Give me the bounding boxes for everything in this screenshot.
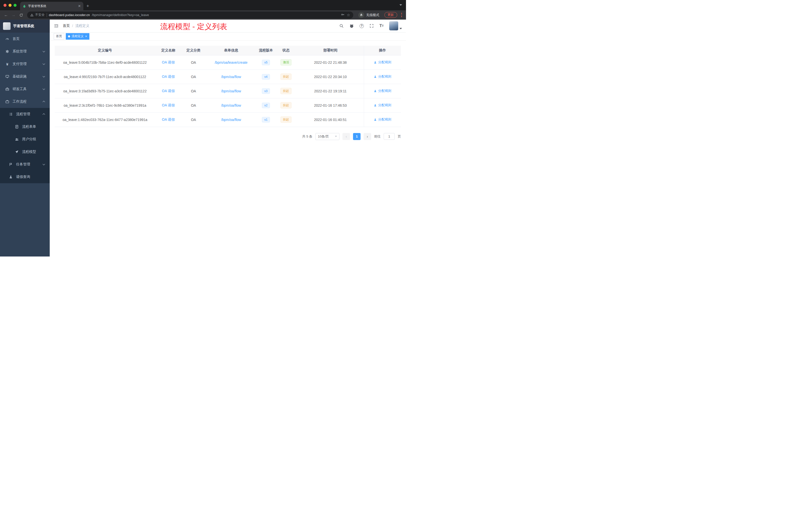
cell-category: OA <box>181 98 205 113</box>
search-icon[interactable] <box>339 24 344 28</box>
dashboard-icon <box>5 37 9 41</box>
top-navbar: 首页 / 流程定义 流程模型 - 定义列表 ? TT <box>50 20 406 32</box>
breadcrumb-home[interactable]: 首页 <box>63 24 70 28</box>
assign-rule-button[interactable]: 分配规则 <box>374 103 391 108</box>
close-window-button[interactable] <box>3 4 6 7</box>
fullscreen-icon[interactable] <box>369 24 374 28</box>
app-title: 芋道管理系统 <box>13 24 34 28</box>
sidebar-item-workflow[interactable]: 工作流程 <box>0 95 50 108</box>
sidebar-item-process-model[interactable]: 流程模型 <box>0 146 50 158</box>
person-icon <box>374 61 377 64</box>
definition-name-link[interactable]: OA 请假 <box>162 74 175 79</box>
col-version: 流程版本 <box>257 46 275 55</box>
person-icon <box>8 175 13 179</box>
definition-table: 定义编号 定义名称 定义分类 表单信息 流程版本 状态 部署时间 操作 oa_l… <box>55 46 401 127</box>
cell-id: oa_leave:1:482ec033-762a-11ec-8477-a2380… <box>55 113 155 127</box>
breadcrumb-current: 流程定义 <box>75 24 89 28</box>
tab-title: 芋道管理系统 <box>28 4 76 8</box>
user-menu[interactable] <box>389 21 402 30</box>
assign-rule-button[interactable]: 分配规则 <box>374 74 391 79</box>
sidebar-item-user-group[interactable]: 用户分组 <box>0 133 50 146</box>
form-link[interactable]: /bpm/oa/flow <box>221 118 241 122</box>
chevron-down-icon <box>43 50 45 53</box>
version-tag: v5 <box>262 60 270 65</box>
sidebar-logo[interactable]: 芋道管理系统 <box>0 20 50 33</box>
browser-menu-icon[interactable] <box>400 13 404 17</box>
password-key-icon[interactable] <box>341 12 345 17</box>
sidebar-item-task-mgmt[interactable]: 任务管理 <box>0 158 50 171</box>
tag-home[interactable]: 首页 <box>54 33 64 40</box>
person-icon <box>374 104 377 107</box>
maximize-window-button[interactable] <box>13 4 17 7</box>
pagination: 共 5 条 10条/页 ‹ 1 › 前往 页 <box>55 133 401 140</box>
assign-rule-button[interactable]: 分配规则 <box>374 89 391 93</box>
definition-name-link[interactable]: OA 请假 <box>162 117 175 121</box>
col-id: 定义编号 <box>55 46 155 55</box>
page-size-select[interactable]: 10条/页 <box>315 133 340 140</box>
github-icon[interactable] <box>349 24 354 28</box>
person-icon <box>374 89 377 93</box>
goto-page-input[interactable] <box>384 133 395 140</box>
table-row: oa_leave:2:3c1f0ef1-76b1-11ec-9c66-a2380… <box>55 98 401 113</box>
tag-close-icon[interactable]: × <box>85 35 87 38</box>
status-badge: 激活 <box>281 59 291 65</box>
new-tab-button[interactable]: + <box>86 3 89 9</box>
sidebar-item-leave-query[interactable]: 请假查询 <box>0 171 50 183</box>
form-link[interactable]: /bpm/oa/leave/create <box>215 60 248 64</box>
sidebar-item-process-form[interactable]: 流程表单 <box>0 120 50 133</box>
cell-category: OA <box>181 84 205 98</box>
gear-icon <box>5 49 9 54</box>
assign-rule-button[interactable]: 分配规则 <box>374 60 391 64</box>
sidebar-item-infra[interactable]: 基础设施 <box>0 70 50 83</box>
page-number-button[interactable]: 1 <box>353 133 360 140</box>
page-unit-label: 页 <box>398 134 401 139</box>
hamburger-icon[interactable] <box>54 23 59 28</box>
reload-button[interactable] <box>18 13 25 17</box>
incognito-indicator: 无痕模式 <box>358 12 379 18</box>
bookmark-star-icon[interactable]: ☆ <box>347 13 350 17</box>
warning-icon <box>30 13 34 17</box>
chevron-down-icon <box>43 75 45 78</box>
cell-category: OA <box>181 55 205 69</box>
col-actions: 操作 <box>364 46 401 55</box>
text-size-icon[interactable]: TT <box>379 23 384 28</box>
assign-rule-button[interactable]: 分配规则 <box>374 117 391 122</box>
status-badge: 挂起 <box>281 73 291 80</box>
minimize-window-button[interactable] <box>8 4 11 7</box>
update-button[interactable]: 更新 <box>384 12 397 18</box>
prev-page-button[interactable]: ‹ <box>343 133 350 140</box>
window-controls <box>0 0 20 10</box>
browser-tab[interactable]: 芋道管理系统 ✕ <box>20 2 83 10</box>
forward-button[interactable]: → <box>10 13 17 17</box>
definition-name-link[interactable]: OA 请假 <box>162 60 175 64</box>
col-name: 定义名称 <box>155 46 181 55</box>
sidebar-item-system[interactable]: 系统管理 <box>0 45 50 58</box>
tab-close-icon[interactable]: ✕ <box>78 4 81 8</box>
address-bar[interactable]: 不安全 dashboard.yudao.iocoder.cn/bpm/manag… <box>27 11 353 19</box>
sidebar-item-devtools[interactable]: 研发工具 <box>0 83 50 95</box>
app-logo-image <box>3 22 10 30</box>
tag-process-definition[interactable]: 流程定义 × <box>66 33 89 40</box>
person-icon <box>374 118 377 121</box>
back-button[interactable]: ← <box>2 13 9 17</box>
tab-search-chevron-icon[interactable] <box>400 4 402 6</box>
sidebar-item-home[interactable]: 首页 <box>0 33 50 45</box>
definition-name-link[interactable]: OA 请假 <box>162 103 175 107</box>
form-link[interactable]: /bpm/oa/flow <box>221 89 241 93</box>
form-link[interactable]: /bpm/oa/flow <box>221 75 241 79</box>
col-status: 状态 <box>275 46 297 55</box>
security-chip[interactable]: 不安全 <box>30 13 45 17</box>
table-header-row: 定义编号 定义名称 定义分类 表单信息 流程版本 状态 部署时间 操作 <box>55 46 401 55</box>
definition-name-link[interactable]: OA 请假 <box>162 89 175 93</box>
cell-deploy-time: 2022-01-16 17:46:53 <box>297 98 364 113</box>
breadcrumb-separator: / <box>72 24 73 28</box>
url-host: dashboard.yudao.iocoder.cn <box>49 13 90 17</box>
sidebar-item-payment[interactable]: ¥ 支付管理 <box>0 58 50 70</box>
help-icon[interactable]: ? <box>359 24 364 28</box>
form-link[interactable]: /bpm/oa/flow <box>221 103 241 108</box>
sidebar-item-process-mgmt[interactable]: 流程管理 <box>0 108 50 120</box>
monitor-icon <box>5 74 9 79</box>
next-page-button[interactable]: › <box>364 133 371 140</box>
paper-plane-icon <box>14 150 19 154</box>
briefcase-icon <box>5 99 9 104</box>
